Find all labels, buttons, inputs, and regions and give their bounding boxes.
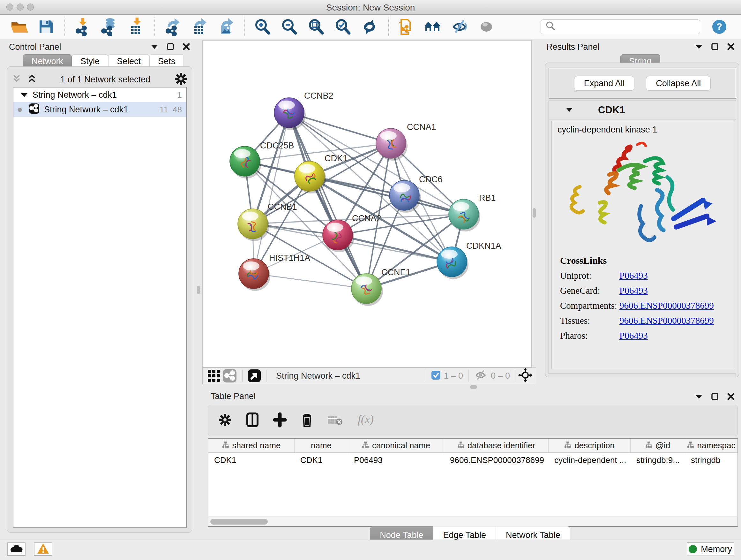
search-box[interactable] bbox=[541, 19, 700, 34]
panel-close-icon[interactable] bbox=[727, 43, 735, 52]
network-tree-row[interactable]: String Network – cdk11148 bbox=[13, 102, 186, 117]
edge-CCNA2-CDKN1A[interactable] bbox=[338, 235, 452, 262]
left-splitter-handle[interactable] bbox=[197, 286, 200, 294]
expand-all-button[interactable]: Expand All bbox=[574, 76, 635, 91]
node-table[interactable]: shared namenamecanonical namedatabase id… bbox=[208, 438, 738, 516]
table-cell[interactable]: 9606.ENSP00000378699 bbox=[444, 453, 549, 468]
crosslink-link[interactable]: 9606.ENSP00000378699 bbox=[619, 315, 714, 326]
table-row[interactable]: CDK1CDK1P064939606.ENSP00000378699cyclin… bbox=[208, 453, 738, 468]
crosslink-label: Compartments: bbox=[560, 300, 619, 311]
bottom-splitter-handle[interactable] bbox=[470, 385, 477, 389]
node-RB1[interactable]: RB1 bbox=[449, 193, 496, 232]
export-network-button[interactable] bbox=[162, 17, 183, 37]
table-horizontal-scrollbar[interactable] bbox=[208, 516, 738, 527]
add-column-icon[interactable] bbox=[273, 412, 287, 429]
open-session-button[interactable] bbox=[9, 17, 29, 37]
delete-column-icon[interactable] bbox=[300, 412, 314, 429]
scrollbar-thumb[interactable] bbox=[210, 519, 268, 524]
crosslink-link[interactable]: 9606.ENSP00000378699 bbox=[619, 300, 714, 311]
zoom-out-button[interactable] bbox=[279, 17, 299, 37]
column-header-description[interactable]: description bbox=[549, 439, 630, 452]
column-header-canonical-name[interactable]: canonical name bbox=[348, 439, 444, 452]
section-collapse-icon[interactable] bbox=[565, 107, 573, 114]
edge-CCNB2-HIST1H1A[interactable] bbox=[254, 113, 289, 273]
table-settings-gear-icon[interactable] bbox=[218, 413, 232, 428]
selected-checkbox-icon[interactable] bbox=[431, 370, 441, 381]
svg-text:?: ? bbox=[717, 21, 722, 32]
zoom-in-button[interactable] bbox=[252, 17, 273, 37]
crosshair-icon[interactable] bbox=[518, 368, 533, 384]
cloud-button[interactable] bbox=[7, 543, 25, 556]
expand-all-networks-icon[interactable] bbox=[27, 74, 37, 85]
panel-float-icon[interactable] bbox=[166, 43, 174, 52]
table-cell[interactable]: stringdb bbox=[685, 453, 738, 468]
hide-eye-button[interactable] bbox=[449, 17, 470, 37]
hidden-eye-icon[interactable] bbox=[474, 369, 488, 383]
table-cell[interactable]: P06493 bbox=[348, 453, 444, 468]
node-label-CCNA1: CCNA1 bbox=[407, 122, 436, 132]
zoom-fit-button[interactable] bbox=[306, 17, 326, 37]
refresh-button[interactable] bbox=[359, 17, 380, 37]
results-panel: Results Panel String Expand All Collapse… bbox=[539, 40, 741, 390]
table-cell[interactable]: cyclin-dependent ... bbox=[549, 453, 630, 468]
titlebar: Session: New Session bbox=[0, 0, 741, 15]
panel-collapse-icon[interactable] bbox=[695, 394, 703, 401]
homes-button[interactable] bbox=[422, 17, 443, 37]
collapse-all-networks-icon[interactable] bbox=[12, 74, 21, 85]
panel-float-icon[interactable] bbox=[711, 43, 719, 52]
tree-expand-icon[interactable] bbox=[20, 90, 28, 100]
import-network-button[interactable] bbox=[72, 17, 92, 37]
table-cell[interactable]: CDK1 bbox=[294, 453, 348, 468]
crosslinks-block: CrossLinks Uniprot:P06493GeneCard:P06493… bbox=[560, 255, 714, 341]
crosslink-label: Pharos: bbox=[560, 330, 619, 341]
show-eye-button[interactable] bbox=[476, 17, 496, 37]
node-HIST1H1A[interactable]: HIST1H1A bbox=[239, 253, 310, 291]
column-header--id[interactable]: @id bbox=[630, 439, 685, 452]
crosslink-link[interactable]: P06493 bbox=[619, 286, 648, 296]
warnings-button[interactable] bbox=[34, 543, 52, 556]
panel-collapse-icon[interactable] bbox=[151, 44, 158, 51]
node-CCNB1[interactable]: CCNB1 bbox=[238, 202, 297, 241]
node-CCNA1[interactable]: CCNA1 bbox=[376, 122, 436, 161]
protein-structure-image bbox=[561, 139, 724, 254]
export-image-button[interactable] bbox=[216, 17, 236, 37]
save-session-button[interactable] bbox=[36, 17, 56, 37]
node-count: 1 bbox=[178, 90, 182, 100]
help-button[interactable]: ? bbox=[709, 17, 730, 37]
table-cell[interactable]: CDK1 bbox=[208, 453, 294, 468]
panel-close-icon[interactable] bbox=[727, 393, 735, 401]
column-header-namespac[interactable]: namespac bbox=[685, 439, 738, 452]
gear-icon[interactable] bbox=[174, 72, 188, 87]
gene-section-header[interactable]: CDK1 bbox=[549, 101, 736, 119]
panel-collapse-icon[interactable] bbox=[695, 44, 703, 51]
collapse-all-button[interactable]: Collapse All bbox=[646, 76, 711, 91]
import-database-button[interactable] bbox=[99, 17, 119, 37]
toolbar-icon-strip bbox=[9, 17, 503, 37]
column-header-shared-name[interactable]: shared name bbox=[208, 439, 294, 452]
right-splitter-handle[interactable] bbox=[533, 208, 536, 218]
column-header-database-identifier[interactable]: database identifier bbox=[444, 439, 549, 452]
node-CDKN1A[interactable]: CDKN1A bbox=[437, 241, 501, 279]
panel-float-icon[interactable] bbox=[711, 393, 719, 401]
column-header-name[interactable]: name bbox=[294, 439, 348, 452]
zoom-selected-button[interactable] bbox=[333, 17, 353, 37]
clone-network-button[interactable] bbox=[396, 17, 416, 37]
network-tree-row[interactable]: String Network – cdk11 bbox=[13, 87, 186, 102]
panel-close-icon[interactable] bbox=[183, 43, 190, 52]
edge-HIST1H1A-CCNE1[interactable] bbox=[254, 273, 366, 289]
grid-view-icon[interactable] bbox=[206, 368, 221, 383]
table-cell[interactable]: stringdb:9... bbox=[630, 453, 685, 468]
string-network-graph[interactable]: CCNB2CCNA1CDC25BCDK1CDC6RB1CCNB1CCNA2CDK… bbox=[203, 41, 531, 367]
import-table-button[interactable] bbox=[126, 17, 146, 37]
network-share-icon[interactable] bbox=[222, 368, 237, 383]
gene-description: cyclin-dependent kinase 1 bbox=[557, 125, 733, 135]
crosslink-link[interactable]: P06493 bbox=[619, 270, 648, 281]
birdseye-view-icon[interactable] bbox=[248, 369, 261, 382]
show-columns-icon[interactable] bbox=[246, 412, 259, 429]
search-input[interactable] bbox=[557, 22, 694, 32]
memory-button[interactable]: Memory bbox=[687, 543, 734, 556]
crosslink-link[interactable]: P06493 bbox=[619, 330, 648, 341]
node-CCNB2[interactable]: CCNB2 bbox=[274, 91, 333, 130]
export-table-button[interactable] bbox=[189, 17, 209, 37]
network-canvas[interactable]: CCNB2CCNA1CDC25BCDK1CDC6RB1CCNB1CCNA2CDK… bbox=[202, 40, 532, 368]
